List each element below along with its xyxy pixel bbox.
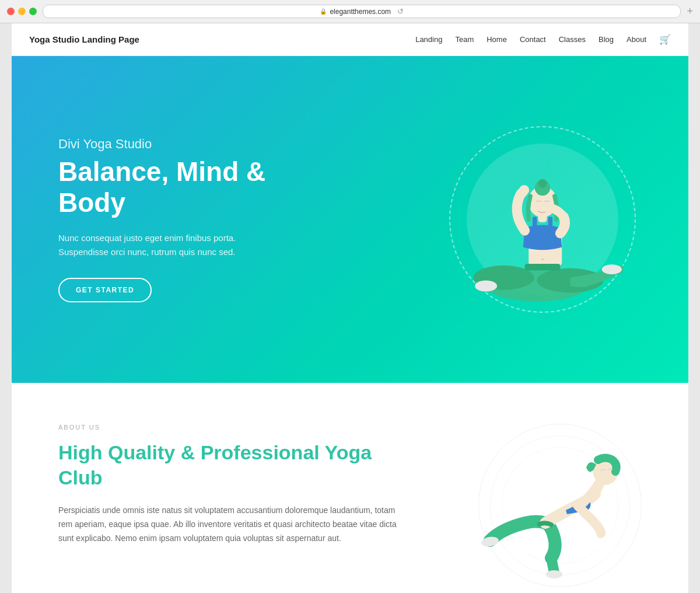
svg-rect-7 [548, 217, 553, 229]
nav-blog[interactable]: Blog [598, 35, 614, 44]
add-tab-icon[interactable]: + [687, 5, 693, 18]
hero-title: Balance, Mind & Body [58, 156, 338, 218]
nav-team[interactable]: Team [455, 35, 474, 44]
svg-point-9 [541, 259, 544, 261]
nav-about[interactable]: About [626, 35, 646, 44]
about-content: ABOUT US High Quality & Professional Yog… [58, 424, 408, 545]
about-yoga-illustration [443, 424, 642, 587]
svg-point-13 [538, 179, 547, 188]
about-label: ABOUT US [58, 424, 408, 431]
minimize-dot[interactable] [18, 8, 26, 15]
svg-rect-6 [533, 217, 537, 229]
svg-point-15 [539, 203, 548, 212]
browser-dots [7, 8, 37, 15]
hero-subtitle: Divi Yoga Studio [58, 137, 338, 152]
svg-rect-8 [525, 264, 561, 270]
hero-content: Divi Yoga Studio Balance, Mind & Body Nu… [58, 137, 338, 302]
browser-chrome: 🔒 elegantthemes.com ↺ + [0, 0, 700, 23]
svg-point-3 [475, 281, 497, 292]
url-bar[interactable]: 🔒 elegantthemes.com ↺ [43, 5, 681, 18]
lock-icon: 🔒 [320, 8, 327, 15]
top-nav: Yoga Studio Landing Page Landing Team Ho… [12, 23, 688, 56]
nav-classes[interactable]: Classes [559, 35, 586, 44]
about-description: Perspiciatis unde omnis iste natus sit v… [58, 504, 408, 545]
hero-section: Divi Yoga Studio Balance, Mind & Body Nu… [12, 56, 688, 383]
about-section: ABOUT US High Quality & Professional Yog… [12, 383, 688, 593]
get-started-button[interactable]: GET STARTED [58, 278, 152, 302]
svg-point-16 [596, 529, 606, 538]
cart-icon[interactable]: 🛒 [659, 34, 671, 45]
nav-landing[interactable]: Landing [415, 35, 442, 44]
about-figure [443, 424, 642, 587]
svg-point-4 [602, 264, 622, 274]
url-text: elegantthemes.com [330, 8, 391, 16]
nav-contact[interactable]: Contact [520, 35, 546, 44]
svg-point-20 [546, 570, 562, 578]
reload-icon[interactable]: ↺ [397, 7, 404, 16]
maximize-dot[interactable] [29, 8, 37, 15]
site-logo[interactable]: Yoga Studio Landing Page [29, 34, 139, 44]
website-container: Yoga Studio Landing Page Landing Team Ho… [12, 23, 688, 593]
yoga-illustration [443, 109, 642, 330]
close-dot[interactable] [7, 8, 15, 15]
hero-description: Nunc consequat justo eget enim finibus p… [58, 231, 338, 259]
nav-links: Landing Team Home Contact Classes Blog A… [415, 34, 671, 45]
about-title: High Quality & Professional Yoga Club [58, 440, 408, 490]
svg-point-14 [519, 185, 529, 195]
nav-home[interactable]: Home [487, 35, 507, 44]
hero-yoga-figure [432, 97, 653, 342]
